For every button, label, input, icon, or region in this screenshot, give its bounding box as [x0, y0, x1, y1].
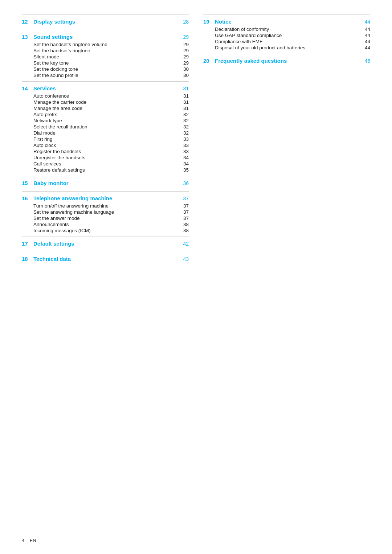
section-title: Telephone answering machine: [33, 195, 178, 201]
section-page: 28: [178, 19, 189, 25]
sub-item-page: 44: [359, 33, 370, 38]
toc-section-13: 13Sound settings29Set the handset's ring…: [22, 30, 189, 78]
section-number: 18: [22, 256, 33, 262]
sub-item-label: Manage the area code: [33, 106, 178, 111]
list-item: Select the recall duration32: [33, 124, 189, 130]
sub-item-label: Set the answering machine language: [33, 209, 178, 215]
sub-item-page: 29: [178, 42, 189, 47]
sub-item-label: Compliance with EMF: [215, 39, 359, 44]
sub-item-page: 29: [178, 60, 189, 66]
sub-item-label: Announcements: [33, 222, 178, 227]
sub-item-label: Set the handset's ringtone: [33, 48, 178, 53]
section-header: 13Sound settings29: [22, 30, 189, 40]
section-title: Notice: [215, 19, 359, 25]
sub-item-label: Set the docking tone: [33, 66, 178, 72]
section-title: Default settings: [33, 241, 178, 247]
section-header: 19Notice44: [203, 15, 370, 25]
sub-item-label: Disposal of your old product and batteri…: [215, 45, 359, 50]
sub-item-page: 31: [178, 106, 189, 111]
toc-section-18: 18Technical data43: [22, 252, 189, 267]
footer: 4 EN: [22, 538, 36, 543]
section-header: 12Display settings28: [22, 15, 189, 25]
sub-item-page: 30: [178, 73, 189, 78]
sub-item-label: Register the handsets: [33, 149, 178, 154]
toc-section-15: 15Baby monitor36: [22, 176, 189, 191]
toc-section-17: 17Default settings42: [22, 237, 189, 252]
section-number: 16: [22, 195, 33, 201]
section-page: 37: [178, 196, 189, 201]
sub-item-page: 38: [178, 228, 189, 233]
section-number: 17: [22, 241, 33, 247]
list-item: Set the sound profile30: [33, 72, 189, 78]
sub-item-page: 37: [178, 216, 189, 221]
sub-item-page: 29: [178, 54, 189, 59]
section-number: 14: [22, 85, 33, 91]
list-item: Set the docking tone30: [33, 66, 189, 72]
sub-item-label: Set the sound profile: [33, 73, 178, 78]
section-title: Frequently asked questions: [215, 58, 359, 64]
list-item: Network type32: [33, 118, 189, 124]
section-header: 15Baby monitor36: [22, 176, 189, 186]
section-title: Display settings: [33, 19, 178, 25]
section-header: 20Frequently asked questions46: [203, 54, 370, 64]
sub-item-label: Set the handset's ringtone volume: [33, 42, 178, 47]
toc-section-16: 16Telephone answering machine37Turn on/o…: [22, 191, 189, 234]
list-item: Auto clock33: [33, 142, 189, 148]
sub-item-label: Network type: [33, 118, 178, 123]
sub-item-label: Auto prefix: [33, 112, 178, 117]
sub-item-page: 37: [178, 203, 189, 209]
sub-item-page: 31: [178, 99, 189, 105]
sub-item-page: 32: [178, 130, 189, 136]
footer-lang: EN: [30, 538, 36, 543]
section-number: 20: [203, 58, 215, 64]
list-item: Set the handset's ringtone volume29: [33, 41, 189, 48]
list-item: Disposal of your old product and batteri…: [215, 45, 370, 51]
sub-item-label: Auto conference: [33, 93, 178, 99]
list-item: Set the handset's ringtone29: [33, 48, 189, 54]
sub-item-page: 32: [178, 124, 189, 130]
list-item: First ring33: [33, 136, 189, 142]
section-page: 29: [178, 34, 189, 40]
sub-item-page: 32: [178, 118, 189, 123]
sub-items: Turn on/off the answering machine37Set t…: [33, 203, 189, 234]
section-page: 42: [178, 241, 189, 247]
list-item: Auto conference31: [33, 93, 189, 99]
list-item: Turn on/off the answering machine37: [33, 203, 189, 209]
sub-item-label: Set the answer mode: [33, 216, 178, 221]
sub-item-label: Silent mode: [33, 54, 178, 59]
section-number: 13: [22, 34, 33, 40]
toc-section-12: 12Display settings28: [22, 15, 189, 30]
sub-item-page: 31: [178, 93, 189, 99]
sub-items: Set the handset's ringtone volume29Set t…: [33, 41, 189, 78]
sub-items: Declaration of conformity44Use GAP stand…: [215, 26, 370, 51]
sub-item-label: Dial mode: [33, 130, 178, 136]
section-title: Technical data: [33, 256, 178, 262]
list-item: Declaration of conformity44: [215, 26, 370, 32]
section-page: 43: [178, 256, 189, 262]
left-column: 12Display settings2813Sound settings29Se…: [22, 15, 189, 267]
list-item: Register the handsets33: [33, 148, 189, 155]
sub-item-page: 34: [178, 155, 189, 160]
list-item: Manage the carrier code31: [33, 99, 189, 105]
section-number: 19: [203, 19, 215, 25]
list-item: Unregister the handsets34: [33, 155, 189, 161]
toc-section-14: 14Services31Auto conference31Manage the …: [22, 81, 189, 173]
sub-items: Auto conference31Manage the carrier code…: [33, 93, 189, 173]
sub-item-page: 33: [178, 136, 189, 142]
section-header: 18Technical data43: [22, 252, 189, 262]
list-item: Announcements38: [33, 221, 189, 227]
section-title: Sound settings: [33, 34, 178, 40]
toc-section-20: 20Frequently asked questions46: [203, 54, 370, 69]
sub-item-page: 30: [178, 66, 189, 72]
sub-item-page: 32: [178, 112, 189, 117]
sub-item-page: 33: [178, 143, 189, 148]
list-item: Set the answer mode37: [33, 215, 189, 221]
sub-item-label: Call services: [33, 161, 178, 167]
list-item: Use GAP standard compliance44: [215, 32, 370, 38]
sub-item-page: 44: [359, 45, 370, 50]
section-header: 17Default settings42: [22, 237, 189, 247]
sub-item-page: 35: [178, 167, 189, 173]
section-header: 14Services31: [22, 81, 189, 91]
sub-item-label: First ring: [33, 136, 178, 142]
toc-section-19: 19Notice44Declaration of conformity44Use…: [203, 15, 370, 51]
